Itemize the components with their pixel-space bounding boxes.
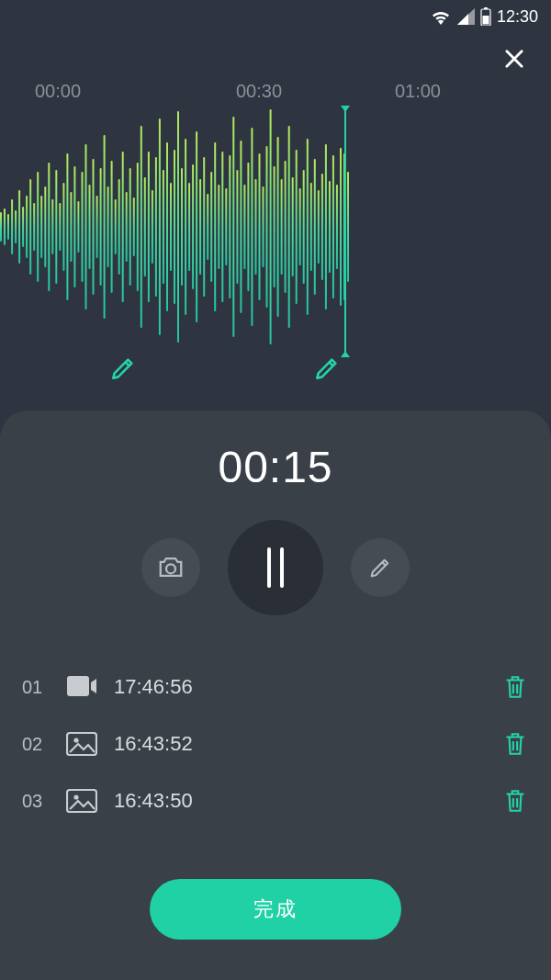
media-list: 0117:46:560216:43:520316:43:50 [0, 674, 551, 814]
svg-rect-74 [263, 186, 264, 267]
svg-rect-24 [77, 201, 79, 253]
svg-rect-35 [118, 179, 120, 275]
svg-rect-16 [48, 163, 50, 291]
edit-button[interactable] [351, 538, 410, 597]
svg-rect-32 [107, 186, 109, 267]
media-timestamp: 16:43:52 [114, 732, 487, 756]
svg-rect-84 [299, 188, 301, 265]
image-icon [66, 732, 97, 756]
svg-rect-9 [22, 207, 24, 247]
svg-rect-41 [141, 126, 142, 328]
svg-rect-14 [40, 196, 42, 258]
svg-rect-55 [192, 164, 194, 289]
svg-rect-3 [0, 212, 2, 242]
status-bar: 12:30 [0, 0, 551, 33]
svg-rect-33 [111, 161, 113, 293]
svg-rect-99 [67, 676, 89, 696]
svg-rect-29 [96, 196, 98, 258]
svg-rect-92 [329, 181, 331, 273]
waveform [0, 107, 551, 346]
camera-button[interactable] [141, 538, 200, 597]
svg-rect-23 [73, 166, 75, 287]
svg-rect-94 [336, 185, 338, 269]
controls-panel: 00:15 0117:46:560216:43:520316:43:50 完成 [0, 411, 551, 980]
edit-marker-1[interactable] [108, 354, 138, 383]
delete-button[interactable] [503, 674, 529, 700]
svg-rect-63 [221, 152, 223, 302]
video-icon [66, 675, 97, 697]
svg-rect-39 [133, 197, 135, 256]
close-button[interactable] [494, 39, 534, 79]
svg-rect-57 [199, 179, 201, 275]
pause-button[interactable] [228, 520, 323, 615]
svg-rect-27 [89, 185, 91, 269]
svg-rect-21 [66, 153, 68, 300]
image-icon-wrap [66, 789, 97, 813]
svg-rect-50 [174, 150, 175, 304]
svg-rect-61 [214, 142, 216, 311]
svg-rect-6 [11, 199, 13, 254]
svg-rect-88 [314, 159, 316, 295]
svg-rect-30 [100, 168, 102, 286]
svg-rect-22 [70, 192, 72, 262]
svg-rect-71 [251, 128, 253, 326]
done-button[interactable]: 完成 [150, 879, 401, 940]
transport-buttons [0, 520, 551, 615]
media-item[interactable]: 0117:46:56 [22, 674, 529, 700]
svg-rect-86 [307, 139, 309, 315]
svg-rect-18 [55, 170, 57, 284]
close-icon [501, 46, 527, 72]
svg-rect-25 [82, 172, 84, 282]
media-item[interactable]: 0216:43:52 [22, 731, 529, 757]
svg-rect-75 [266, 146, 268, 308]
svg-rect-81 [288, 126, 290, 328]
svg-rect-8 [18, 190, 20, 264]
waveform-container[interactable] [0, 107, 551, 346]
svg-rect-19 [59, 203, 61, 251]
elapsed-time: 00:15 [0, 442, 551, 492]
svg-rect-78 [277, 137, 279, 317]
trash-icon [503, 731, 527, 757]
pencil-icon [367, 555, 393, 580]
svg-rect-59 [207, 194, 208, 260]
svg-rect-64 [225, 188, 227, 265]
svg-rect-68 [240, 141, 242, 313]
delete-button[interactable] [503, 788, 529, 814]
svg-rect-91 [325, 144, 327, 310]
media-timestamp: 17:46:56 [114, 675, 487, 699]
svg-rect-42 [144, 177, 146, 276]
svg-rect-46 [159, 118, 161, 335]
image-icon-wrap [66, 732, 97, 756]
svg-rect-73 [259, 153, 261, 300]
pause-icon [267, 547, 284, 588]
svg-rect-37 [126, 192, 128, 262]
timeline-label-end: 01:00 [395, 81, 441, 102]
svg-rect-7 [15, 210, 17, 243]
video-icon-wrap [66, 675, 97, 699]
svg-rect-82 [292, 177, 294, 276]
trash-icon [503, 674, 527, 700]
svg-rect-53 [185, 139, 186, 315]
pencil-icon [312, 354, 342, 383]
svg-rect-60 [210, 172, 212, 282]
svg-rect-69 [243, 185, 245, 269]
svg-rect-38 [129, 168, 131, 286]
media-index: 01 [22, 677, 50, 698]
timeline-labels: 00:00 00:30 01:00 [0, 33, 551, 102]
svg-rect-62 [218, 185, 219, 269]
svg-rect-28 [93, 159, 95, 295]
pencil-icon [108, 354, 138, 383]
svg-rect-1 [484, 7, 488, 9]
svg-rect-66 [232, 117, 234, 337]
edit-marker-2[interactable] [312, 354, 342, 383]
camera-icon [157, 556, 185, 580]
svg-rect-40 [137, 163, 139, 291]
media-item[interactable]: 0316:43:50 [22, 788, 529, 814]
delete-button[interactable] [503, 731, 529, 757]
svg-rect-65 [229, 155, 231, 299]
svg-rect-70 [247, 163, 249, 291]
playhead[interactable] [344, 107, 346, 355]
svg-rect-93 [332, 155, 334, 299]
svg-rect-89 [318, 190, 320, 264]
battery-icon [480, 7, 491, 26]
